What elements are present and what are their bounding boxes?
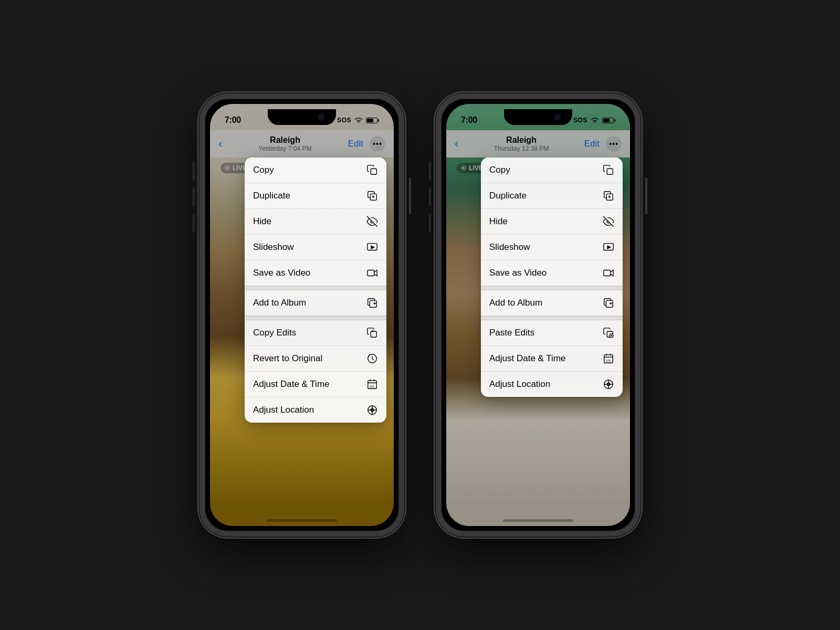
menu-paste-edits-right[interactable]: Paste Edits (481, 320, 623, 346)
home-indicator-left (267, 519, 337, 522)
menu-hide-left[interactable]: Hide (245, 209, 386, 235)
svg-text:123: 123 (370, 385, 374, 388)
menu-hide-label-left: Hide (253, 216, 271, 227)
date-time-icon-right: 123 (603, 353, 614, 364)
date-time-icon-left: 123 (366, 379, 378, 390)
svg-rect-32 (604, 270, 611, 276)
menu-duplicate-label-left: Duplicate (253, 191, 290, 201)
menu-video-left[interactable]: Save as Video (245, 260, 386, 286)
context-menu-left: Copy Duplicate (245, 158, 386, 423)
copy-edits-icon-left (366, 327, 378, 339)
svg-rect-8 (368, 270, 374, 276)
menu-sep-2-right (481, 316, 623, 320)
video-icon-right (603, 267, 614, 279)
menu-album-label-left: Add to Album (253, 298, 306, 308)
svg-rect-0 (371, 169, 376, 174)
revert-icon-left (366, 353, 378, 364)
menu-copy-edits-left[interactable]: Copy Edits (245, 320, 386, 346)
menu-location-left[interactable]: Adjust Location (245, 397, 386, 423)
menu-sep-1-right (481, 286, 623, 290)
left-phone: 7:00 SOS (200, 93, 404, 537)
menu-hide-label-right: Hide (489, 216, 508, 227)
location-icon-right (603, 379, 614, 390)
album-icon-left (366, 297, 378, 309)
menu-album-label-right: Add to Album (489, 298, 542, 308)
phone-frame-right: 7:00 SOS (436, 93, 640, 537)
menu-revert-label-left: Revert to Original (253, 353, 322, 364)
phone-screen-left: 7:00 SOS (210, 104, 394, 526)
menu-video-label-right: Save as Video (489, 268, 547, 278)
menu-slideshow-left[interactable]: Slideshow (245, 235, 386, 260)
menu-copy-label-left: Copy (253, 165, 274, 175)
location-icon-left (366, 404, 378, 416)
menu-copy-edits-label-left: Copy Edits (253, 328, 296, 338)
video-icon-left (366, 267, 378, 279)
svg-rect-34 (606, 300, 613, 307)
copy-icon-right (603, 164, 614, 176)
copy-icon-left (366, 164, 378, 176)
menu-copy-right[interactable]: Copy (481, 158, 623, 183)
phone-frame-left: 7:00 SOS (200, 93, 404, 537)
menu-location-right[interactable]: Adjust Location (481, 372, 623, 397)
hide-icon-right (603, 216, 614, 227)
menu-date-time-left[interactable]: Adjust Date & Time 123 (245, 372, 386, 397)
slideshow-icon-right (603, 242, 614, 253)
svg-marker-31 (607, 246, 611, 249)
menu-sep-2-left (245, 316, 386, 320)
menu-paste-edits-label-right: Paste Edits (489, 328, 534, 338)
menu-location-label-left: Adjust Location (253, 405, 314, 415)
menu-album-left[interactable]: Add to Album (245, 290, 386, 316)
menu-location-label-right: Adjust Location (489, 379, 550, 390)
svg-rect-13 (371, 331, 376, 337)
hide-icon-left (366, 216, 378, 227)
paste-edits-icon-right (603, 327, 614, 339)
menu-duplicate-label-right: Duplicate (489, 191, 527, 201)
slideshow-icon-left (366, 242, 378, 253)
menu-slideshow-label-right: Slideshow (489, 242, 530, 253)
svg-text:123: 123 (606, 359, 611, 362)
menu-slideshow-right[interactable]: Slideshow (481, 235, 623, 260)
menu-revert-left[interactable]: Revert to Original (245, 346, 386, 372)
menu-slideshow-label-left: Slideshow (253, 242, 294, 253)
svg-rect-24 (607, 169, 613, 174)
menu-duplicate-right[interactable]: Duplicate (481, 183, 623, 209)
duplicate-icon-left (366, 190, 378, 202)
menu-video-right[interactable]: Save as Video (481, 260, 623, 286)
menu-album-right[interactable]: Add to Album (481, 290, 623, 316)
album-icon-right (603, 297, 614, 309)
menu-hide-right[interactable]: Hide (481, 209, 623, 235)
svg-rect-10 (370, 300, 376, 307)
phone-screen-right: 7:00 SOS (446, 104, 630, 526)
menu-sep-1-left (245, 286, 386, 290)
menu-date-time-label-right: Adjust Date & Time (489, 353, 566, 364)
home-indicator-right (503, 519, 573, 522)
menu-copy-left[interactable]: Copy (245, 158, 386, 183)
duplicate-icon-right (603, 190, 614, 202)
menu-copy-label-right: Copy (489, 165, 510, 175)
context-menu-right: Copy Duplicate (481, 158, 623, 397)
menu-date-time-label-left: Adjust Date & Time (253, 379, 330, 390)
svg-marker-7 (371, 246, 374, 249)
menu-video-label-left: Save as Video (253, 268, 310, 278)
menu-duplicate-left[interactable]: Duplicate (245, 183, 386, 209)
menu-date-time-right[interactable]: Adjust Date & Time 123 (481, 346, 623, 372)
right-phone: 7:00 SOS (436, 93, 640, 537)
